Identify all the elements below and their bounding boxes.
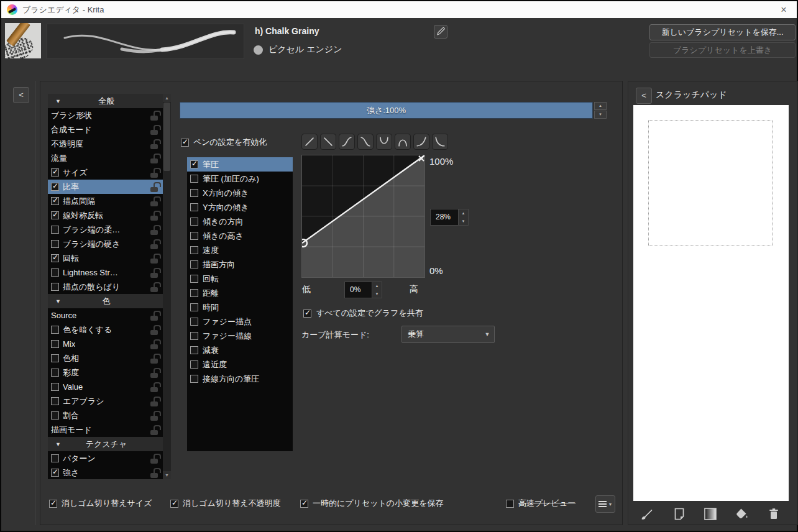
curve-preset-linear-down[interactable] bbox=[320, 134, 336, 150]
preset-section-header[interactable]: ▼ テクスチャ bbox=[48, 437, 163, 451]
preset-section-header[interactable]: ▼ 全般 bbox=[48, 94, 163, 108]
strength-spinner[interactable]: ▲ ▼ bbox=[594, 102, 607, 119]
curve-preset-j-curve[interactable] bbox=[413, 134, 429, 150]
preset-option-row[interactable]: パターン bbox=[48, 451, 163, 466]
option-checkbox[interactable] bbox=[51, 254, 59, 262]
sensor-checkbox[interactable] bbox=[190, 232, 198, 240]
option-checkbox[interactable] bbox=[51, 383, 59, 391]
preset-option-row[interactable]: エアブラシ bbox=[48, 394, 163, 408]
sensor-list[interactable]: 筆圧 筆圧 (加圧のみ) X方向の傾き Y方向の傾き 傾きの方向 傾きの高さ 速… bbox=[187, 157, 293, 451]
option-checkbox[interactable] bbox=[51, 240, 59, 248]
sensor-checkbox[interactable] bbox=[190, 260, 198, 268]
scroll-down-icon[interactable]: ▼ bbox=[163, 471, 171, 479]
preset-list-scrollbar[interactable]: ▲ ▼ bbox=[163, 94, 171, 479]
pen-settings-checkbox[interactable] bbox=[181, 139, 189, 147]
preset-option-row[interactable]: Source bbox=[48, 308, 163, 323]
curve-preset-linear-up[interactable] bbox=[301, 134, 318, 150]
save-new-preset-button[interactable]: 新しいブラシプリセットを保存... bbox=[649, 24, 796, 40]
option-checkbox[interactable] bbox=[51, 268, 59, 277]
share-curve-row[interactable]: すべての設定でグラフを共有 bbox=[303, 308, 423, 319]
sensor-checkbox[interactable] bbox=[190, 289, 198, 297]
footer-checkbox-row[interactable]: 消しゴム切り替え不透明度 bbox=[170, 498, 281, 509]
scratchpad-brush-button[interactable] bbox=[640, 507, 654, 521]
option-checkbox[interactable] bbox=[51, 454, 59, 462]
option-checkbox[interactable] bbox=[51, 211, 59, 219]
option-checkbox[interactable] bbox=[51, 369, 59, 377]
preset-option-row[interactable]: 線対称反転 bbox=[48, 208, 163, 222]
lock-icon[interactable] bbox=[150, 354, 159, 363]
lock-icon[interactable] bbox=[150, 139, 159, 149]
sensor-row[interactable]: Y方向の傾き bbox=[187, 200, 293, 214]
share-curve-checkbox[interactable] bbox=[303, 310, 311, 318]
spin-down-icon[interactable]: ▼ bbox=[594, 111, 607, 119]
scroll-up-icon[interactable]: ▲ bbox=[163, 94, 171, 102]
sensor-checkbox[interactable] bbox=[190, 203, 198, 211]
preset-option-row[interactable]: 回転 bbox=[48, 251, 163, 265]
sensor-checkbox[interactable] bbox=[190, 360, 198, 369]
lock-icon[interactable] bbox=[150, 425, 159, 434]
preset-option-row[interactable]: 描点の散らばり bbox=[48, 280, 163, 294]
strength-slider[interactable]: 強さ:100% bbox=[180, 102, 593, 119]
lock-icon[interactable] bbox=[150, 339, 159, 349]
sensor-row[interactable]: 回転 bbox=[187, 272, 293, 286]
footer-checkbox-row[interactable]: 消しゴム切り替えサイズ bbox=[49, 498, 152, 509]
lock-icon[interactable] bbox=[150, 254, 159, 263]
lock-icon[interactable] bbox=[150, 382, 159, 392]
sensor-row[interactable]: 筆圧 (加圧のみ) bbox=[187, 172, 293, 186]
option-checkbox[interactable] bbox=[51, 183, 59, 191]
collapse-left-button[interactable]: < bbox=[13, 87, 29, 103]
footer-checkbox[interactable] bbox=[300, 500, 308, 508]
lock-icon[interactable] bbox=[150, 325, 159, 334]
sensor-checkbox[interactable] bbox=[190, 246, 198, 254]
lock-icon[interactable] bbox=[150, 182, 159, 191]
lock-icon[interactable] bbox=[150, 268, 159, 277]
sensor-row[interactable]: X方向の傾き bbox=[187, 186, 293, 200]
curve-preset-u-curve[interactable] bbox=[376, 134, 392, 150]
sensor-row[interactable]: 時間 bbox=[187, 300, 293, 314]
scratchpad-fill-button[interactable] bbox=[734, 507, 749, 521]
titlebar[interactable]: ブラシエディタ - Krita × bbox=[1, 1, 797, 18]
option-checkbox[interactable] bbox=[51, 326, 59, 334]
scratchpad-gradient-button[interactable] bbox=[703, 507, 718, 521]
sensor-checkbox[interactable] bbox=[190, 303, 198, 311]
sensor-checkbox[interactable] bbox=[190, 346, 198, 354]
preset-option-row[interactable]: 描画モード bbox=[48, 423, 163, 437]
lock-icon[interactable] bbox=[150, 154, 159, 163]
preset-option-row[interactable]: 描点間隔 bbox=[48, 194, 163, 208]
curve-preset-reverse-s-curve[interactable] bbox=[357, 134, 374, 150]
preset-option-row[interactable]: 色相 bbox=[48, 351, 163, 365]
sensor-row[interactable]: 描画方向 bbox=[187, 257, 293, 272]
scratchpad-canvas[interactable] bbox=[633, 105, 789, 501]
curve-low-spinbox[interactable]: 0% ▲▼ bbox=[344, 282, 382, 298]
preset-option-row[interactable]: サイズ bbox=[48, 165, 163, 180]
close-button[interactable]: × bbox=[771, 1, 797, 18]
preset-option-row[interactable]: Value bbox=[48, 380, 163, 394]
scratchpad-page-button[interactable] bbox=[672, 507, 687, 521]
option-checkbox[interactable] bbox=[51, 168, 59, 177]
lock-icon[interactable] bbox=[150, 125, 159, 134]
curve-preset-reverse-j-curve[interactable] bbox=[432, 134, 448, 150]
sensor-checkbox[interactable] bbox=[190, 218, 198, 226]
option-checkbox[interactable] bbox=[51, 226, 59, 234]
lock-icon[interactable] bbox=[150, 282, 159, 291]
collapse-scratchpad-button[interactable]: < bbox=[636, 88, 652, 104]
preset-option-row[interactable]: ブラシ端の柔… bbox=[48, 222, 163, 237]
lock-icon[interactable] bbox=[150, 411, 159, 420]
preset-option-row[interactable]: 流量 bbox=[48, 151, 163, 165]
lock-icon[interactable] bbox=[150, 397, 159, 406]
curve-preset-s-curve[interactable] bbox=[339, 134, 355, 150]
spinbox-arrows[interactable]: ▲▼ bbox=[458, 209, 468, 225]
footer-checkbox[interactable] bbox=[49, 500, 57, 508]
option-checkbox[interactable] bbox=[51, 411, 59, 420]
preset-option-row[interactable]: Lightness Str… bbox=[48, 265, 163, 280]
spin-down-icon[interactable]: ▼ bbox=[459, 218, 468, 226]
preset-option-row[interactable]: 割合 bbox=[48, 408, 163, 423]
preset-option-row[interactable]: 比率 bbox=[48, 180, 163, 194]
curve-value-spinbox[interactable]: 28% ▲▼ bbox=[430, 209, 469, 226]
sensor-checkbox[interactable] bbox=[190, 332, 198, 340]
footer-checkbox-row[interactable]: 一時的にプリセットの小変更を保存 bbox=[300, 498, 443, 509]
option-checkbox[interactable] bbox=[51, 469, 59, 477]
lock-icon[interactable] bbox=[150, 454, 159, 463]
lock-icon[interactable] bbox=[150, 168, 159, 177]
preset-section-header[interactable]: ▼ 色 bbox=[48, 294, 163, 308]
